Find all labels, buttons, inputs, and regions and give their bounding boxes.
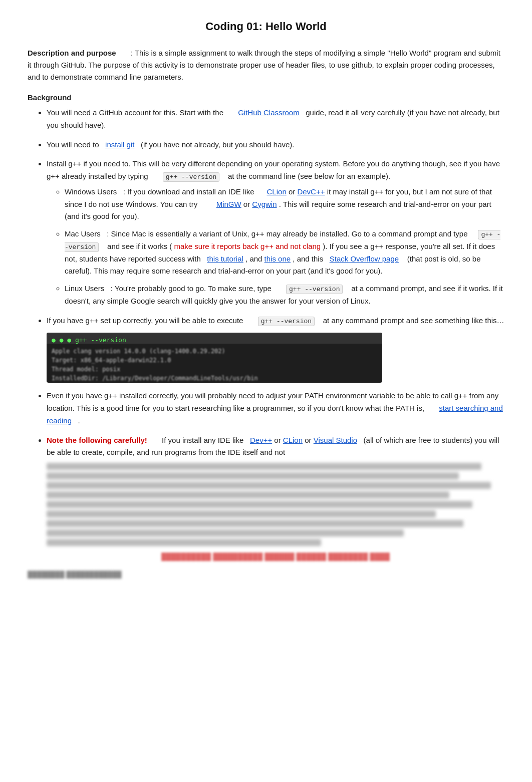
stackoverflow-link[interactable]: Stack Overflow page	[330, 254, 399, 263]
list-item: If you have g++ set up correctly, you wi…	[47, 315, 504, 383]
bullet4-text-after: at any command prompt and see something …	[323, 316, 504, 325]
visual-studio-link[interactable]: Visual Studio	[314, 436, 357, 444]
code-gpp-version-4: g++ --version	[258, 317, 315, 326]
bullet6-or2: or	[305, 436, 314, 444]
devcpp-link[interactable]: DevC++	[297, 187, 325, 196]
blurred-pink-line: ██████████ ██████████ ██████ ██████ ████…	[47, 551, 504, 563]
bullet6-or1: or	[274, 436, 283, 444]
bullet6-text-before: If you install any IDE like	[162, 436, 243, 444]
bullet1-text-before: You will need a GitHub account for this.…	[47, 108, 223, 117]
sb1-or1: or	[289, 187, 298, 196]
bullet2-text-after: (if you have not already, but you should…	[141, 140, 295, 149]
sub-list: Windows Users : If you download and inst…	[65, 186, 504, 308]
sb2-and: , and	[245, 254, 264, 263]
list-item: Mac Users : Since Mac is essentially a v…	[65, 228, 504, 278]
terminal-screenshot: ● ● ● g++ --version Apple clang version …	[47, 333, 382, 383]
note-carefully-label: Note the following carefully!	[47, 436, 147, 444]
bullet5-text: Even if you have g++ installed correctly…	[47, 391, 498, 412]
list-item: Even if you have g++ installed correctly…	[47, 390, 504, 427]
list-item: Install g++ if you need to. This will be…	[47, 158, 504, 307]
background-heading: Background	[28, 93, 504, 102]
bullet2-text-before: You will need to	[47, 140, 99, 149]
page-title: Coding 01: Hello World	[28, 20, 504, 33]
terminal-header-text: ● ● ● g++ --version	[52, 335, 126, 345]
mingw-link[interactable]: MinGW	[216, 200, 241, 208]
description-block: Description and purpose : This is a simp…	[28, 47, 504, 83]
sb2-and2: , and this	[293, 254, 323, 263]
sb2-mid: and see if it works (	[107, 242, 172, 250]
list-item: Note the following carefully! If you ins…	[47, 434, 504, 563]
blurred-content-block	[47, 463, 504, 546]
cygwin-link[interactable]: Cygwin	[252, 200, 277, 208]
bullet4-text-before: If you have g++ set up correctly, you wi…	[47, 316, 243, 325]
clion-link-1[interactable]: CLion	[267, 187, 287, 196]
devpp-link[interactable]: Dev++	[250, 436, 272, 444]
code-gpp-version-1: g++ --version	[163, 172, 219, 182]
list-item: You will need a GitHub account for this.…	[47, 107, 504, 132]
make-sure-note: make sure it reports back g++ and not cl…	[174, 242, 321, 250]
sb1-text: Windows Users : If you download and inst…	[65, 187, 254, 196]
description-label: Description and purpose	[28, 49, 116, 57]
sb3-text-before: Linux Users : You're probably good to go…	[65, 284, 272, 293]
main-list: You will need a GitHub account for this.…	[47, 107, 504, 563]
install-git-link[interactable]: install git	[105, 140, 134, 149]
sb2-text: Mac Users : Since Mac is essentially a v…	[65, 229, 468, 238]
terminal-content: Apple clang version 14.0.0 (clang-1400.0…	[52, 347, 258, 383]
bullet5-end: .	[78, 416, 80, 425]
this-tutorial-link[interactable]: this tutorial	[207, 254, 243, 263]
bottom-blurred-text: ████████ ████████████	[28, 571, 504, 578]
clion-link-2[interactable]: CLion	[283, 436, 303, 444]
code-gpp-version-3: g++ --version	[286, 285, 343, 294]
this-one-link[interactable]: this one	[264, 254, 291, 263]
list-item: Windows Users : If you download and inst…	[65, 186, 504, 223]
sb1-or2: or	[243, 200, 252, 208]
bullet3-text-after: at the command line (see below for an ex…	[228, 172, 390, 180]
github-classroom-link[interactable]: GitHub Classroom	[238, 108, 300, 117]
list-item: You will need to install git (if you hav…	[47, 139, 504, 151]
list-item: Linux Users : You're probably good to go…	[65, 283, 504, 308]
